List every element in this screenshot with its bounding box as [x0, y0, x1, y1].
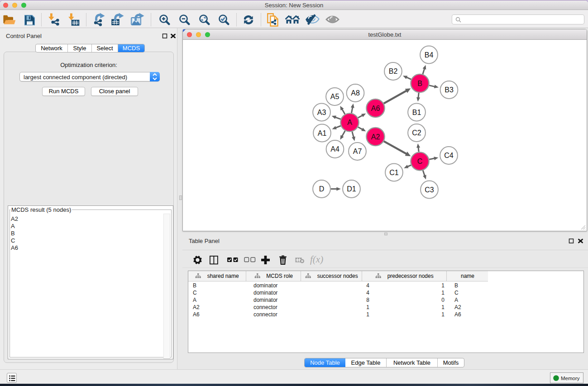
svg-text:B: B	[417, 80, 422, 87]
svg-text:D: D	[319, 185, 325, 193]
svg-text:C3: C3	[425, 186, 434, 194]
svg-text:D1: D1	[347, 185, 356, 193]
svg-text:A: A	[347, 119, 352, 126]
svg-text:A7: A7	[353, 148, 362, 155]
svg-text:A3: A3	[317, 109, 326, 116]
svg-text:C: C	[417, 157, 423, 165]
svg-text:C4: C4	[444, 152, 454, 159]
svg-text:C1: C1	[389, 169, 399, 176]
svg-text:B2: B2	[389, 67, 398, 75]
svg-text:A2: A2	[371, 133, 380, 141]
svg-text:A1: A1	[318, 129, 327, 137]
svg-text:B4: B4	[425, 51, 434, 59]
svg-text:A6: A6	[371, 105, 380, 112]
svg-text:C2: C2	[412, 129, 421, 137]
svg-text:B1: B1	[412, 109, 421, 116]
svg-text:A4: A4	[330, 145, 339, 153]
svg-text:B3: B3	[445, 86, 454, 94]
svg-text:A8: A8	[351, 89, 360, 97]
svg-text:A5: A5	[330, 93, 339, 100]
